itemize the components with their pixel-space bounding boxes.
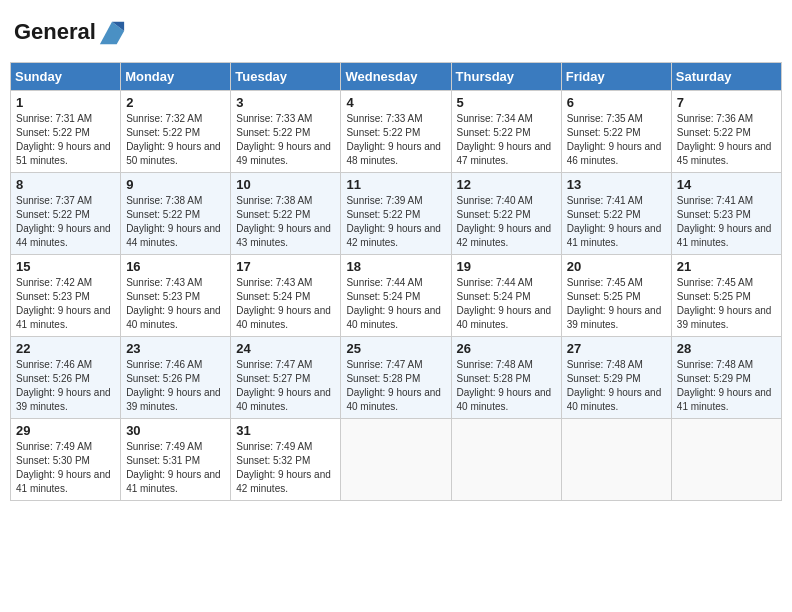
day-info: Sunrise: 7:44 AM Sunset: 5:24 PM Dayligh… xyxy=(457,276,556,332)
calendar-cell: 24 Sunrise: 7:47 AM Sunset: 5:27 PM Dayl… xyxy=(231,337,341,419)
day-number: 22 xyxy=(16,341,115,356)
day-number: 25 xyxy=(346,341,445,356)
day-info: Sunrise: 7:49 AM Sunset: 5:31 PM Dayligh… xyxy=(126,440,225,496)
calendar-cell: 13 Sunrise: 7:41 AM Sunset: 5:22 PM Dayl… xyxy=(561,173,671,255)
week-row-2: 8 Sunrise: 7:37 AM Sunset: 5:22 PM Dayli… xyxy=(11,173,782,255)
calendar-cell: 3 Sunrise: 7:33 AM Sunset: 5:22 PM Dayli… xyxy=(231,91,341,173)
calendar-cell xyxy=(341,419,451,501)
day-info: Sunrise: 7:36 AM Sunset: 5:22 PM Dayligh… xyxy=(677,112,776,168)
day-info: Sunrise: 7:43 AM Sunset: 5:23 PM Dayligh… xyxy=(126,276,225,332)
day-number: 16 xyxy=(126,259,225,274)
calendar-cell: 25 Sunrise: 7:47 AM Sunset: 5:28 PM Dayl… xyxy=(341,337,451,419)
day-number: 18 xyxy=(346,259,445,274)
day-number: 6 xyxy=(567,95,666,110)
day-number: 1 xyxy=(16,95,115,110)
day-info: Sunrise: 7:41 AM Sunset: 5:23 PM Dayligh… xyxy=(677,194,776,250)
calendar-table: SundayMondayTuesdayWednesdayThursdayFrid… xyxy=(10,62,782,501)
calendar-cell: 12 Sunrise: 7:40 AM Sunset: 5:22 PM Dayl… xyxy=(451,173,561,255)
calendar-cell: 7 Sunrise: 7:36 AM Sunset: 5:22 PM Dayli… xyxy=(671,91,781,173)
header: General xyxy=(10,10,782,54)
day-number: 5 xyxy=(457,95,556,110)
day-info: Sunrise: 7:48 AM Sunset: 5:28 PM Dayligh… xyxy=(457,358,556,414)
day-number: 27 xyxy=(567,341,666,356)
week-row-3: 15 Sunrise: 7:42 AM Sunset: 5:23 PM Dayl… xyxy=(11,255,782,337)
day-info: Sunrise: 7:44 AM Sunset: 5:24 PM Dayligh… xyxy=(346,276,445,332)
calendar-cell: 23 Sunrise: 7:46 AM Sunset: 5:26 PM Dayl… xyxy=(121,337,231,419)
calendar-cell: 17 Sunrise: 7:43 AM Sunset: 5:24 PM Dayl… xyxy=(231,255,341,337)
day-info: Sunrise: 7:38 AM Sunset: 5:22 PM Dayligh… xyxy=(236,194,335,250)
day-info: Sunrise: 7:33 AM Sunset: 5:22 PM Dayligh… xyxy=(236,112,335,168)
day-info: Sunrise: 7:49 AM Sunset: 5:30 PM Dayligh… xyxy=(16,440,115,496)
week-row-1: 1 Sunrise: 7:31 AM Sunset: 5:22 PM Dayli… xyxy=(11,91,782,173)
day-info: Sunrise: 7:45 AM Sunset: 5:25 PM Dayligh… xyxy=(567,276,666,332)
day-number: 8 xyxy=(16,177,115,192)
day-info: Sunrise: 7:43 AM Sunset: 5:24 PM Dayligh… xyxy=(236,276,335,332)
week-row-5: 29 Sunrise: 7:49 AM Sunset: 5:30 PM Dayl… xyxy=(11,419,782,501)
day-number: 12 xyxy=(457,177,556,192)
calendar-cell: 10 Sunrise: 7:38 AM Sunset: 5:22 PM Dayl… xyxy=(231,173,341,255)
calendar-cell: 8 Sunrise: 7:37 AM Sunset: 5:22 PM Dayli… xyxy=(11,173,121,255)
calendar-cell: 16 Sunrise: 7:43 AM Sunset: 5:23 PM Dayl… xyxy=(121,255,231,337)
day-info: Sunrise: 7:40 AM Sunset: 5:22 PM Dayligh… xyxy=(457,194,556,250)
day-number: 23 xyxy=(126,341,225,356)
day-info: Sunrise: 7:32 AM Sunset: 5:22 PM Dayligh… xyxy=(126,112,225,168)
calendar-cell: 4 Sunrise: 7:33 AM Sunset: 5:22 PM Dayli… xyxy=(341,91,451,173)
day-number: 29 xyxy=(16,423,115,438)
day-number: 30 xyxy=(126,423,225,438)
day-number: 9 xyxy=(126,177,225,192)
day-number: 15 xyxy=(16,259,115,274)
day-info: Sunrise: 7:33 AM Sunset: 5:22 PM Dayligh… xyxy=(346,112,445,168)
day-info: Sunrise: 7:34 AM Sunset: 5:22 PM Dayligh… xyxy=(457,112,556,168)
day-number: 13 xyxy=(567,177,666,192)
logo: General xyxy=(14,18,126,46)
weekday-header-row: SundayMondayTuesdayWednesdayThursdayFrid… xyxy=(11,63,782,91)
day-info: Sunrise: 7:31 AM Sunset: 5:22 PM Dayligh… xyxy=(16,112,115,168)
day-info: Sunrise: 7:35 AM Sunset: 5:22 PM Dayligh… xyxy=(567,112,666,168)
calendar-cell: 20 Sunrise: 7:45 AM Sunset: 5:25 PM Dayl… xyxy=(561,255,671,337)
weekday-header-wednesday: Wednesday xyxy=(341,63,451,91)
calendar-cell: 1 Sunrise: 7:31 AM Sunset: 5:22 PM Dayli… xyxy=(11,91,121,173)
weekday-header-saturday: Saturday xyxy=(671,63,781,91)
weekday-header-tuesday: Tuesday xyxy=(231,63,341,91)
day-number: 3 xyxy=(236,95,335,110)
day-info: Sunrise: 7:39 AM Sunset: 5:22 PM Dayligh… xyxy=(346,194,445,250)
day-number: 20 xyxy=(567,259,666,274)
calendar-cell: 9 Sunrise: 7:38 AM Sunset: 5:22 PM Dayli… xyxy=(121,173,231,255)
day-info: Sunrise: 7:48 AM Sunset: 5:29 PM Dayligh… xyxy=(677,358,776,414)
day-number: 7 xyxy=(677,95,776,110)
day-info: Sunrise: 7:47 AM Sunset: 5:27 PM Dayligh… xyxy=(236,358,335,414)
day-number: 17 xyxy=(236,259,335,274)
week-row-4: 22 Sunrise: 7:46 AM Sunset: 5:26 PM Dayl… xyxy=(11,337,782,419)
day-info: Sunrise: 7:42 AM Sunset: 5:23 PM Dayligh… xyxy=(16,276,115,332)
calendar-cell: 6 Sunrise: 7:35 AM Sunset: 5:22 PM Dayli… xyxy=(561,91,671,173)
day-number: 24 xyxy=(236,341,335,356)
calendar-cell: 22 Sunrise: 7:46 AM Sunset: 5:26 PM Dayl… xyxy=(11,337,121,419)
weekday-header-friday: Friday xyxy=(561,63,671,91)
calendar-cell: 31 Sunrise: 7:49 AM Sunset: 5:32 PM Dayl… xyxy=(231,419,341,501)
day-info: Sunrise: 7:38 AM Sunset: 5:22 PM Dayligh… xyxy=(126,194,225,250)
day-info: Sunrise: 7:41 AM Sunset: 5:22 PM Dayligh… xyxy=(567,194,666,250)
day-info: Sunrise: 7:48 AM Sunset: 5:29 PM Dayligh… xyxy=(567,358,666,414)
day-number: 4 xyxy=(346,95,445,110)
day-number: 26 xyxy=(457,341,556,356)
calendar-cell xyxy=(451,419,561,501)
day-info: Sunrise: 7:46 AM Sunset: 5:26 PM Dayligh… xyxy=(16,358,115,414)
day-info: Sunrise: 7:46 AM Sunset: 5:26 PM Dayligh… xyxy=(126,358,225,414)
calendar-cell xyxy=(561,419,671,501)
calendar-cell: 11 Sunrise: 7:39 AM Sunset: 5:22 PM Dayl… xyxy=(341,173,451,255)
day-number: 21 xyxy=(677,259,776,274)
calendar-cell: 27 Sunrise: 7:48 AM Sunset: 5:29 PM Dayl… xyxy=(561,337,671,419)
logo-icon xyxy=(98,18,126,46)
day-number: 31 xyxy=(236,423,335,438)
calendar-cell: 28 Sunrise: 7:48 AM Sunset: 5:29 PM Dayl… xyxy=(671,337,781,419)
day-number: 14 xyxy=(677,177,776,192)
calendar-cell: 21 Sunrise: 7:45 AM Sunset: 5:25 PM Dayl… xyxy=(671,255,781,337)
day-info: Sunrise: 7:45 AM Sunset: 5:25 PM Dayligh… xyxy=(677,276,776,332)
day-number: 11 xyxy=(346,177,445,192)
calendar-cell: 30 Sunrise: 7:49 AM Sunset: 5:31 PM Dayl… xyxy=(121,419,231,501)
day-number: 10 xyxy=(236,177,335,192)
calendar-cell xyxy=(671,419,781,501)
calendar-cell: 26 Sunrise: 7:48 AM Sunset: 5:28 PM Dayl… xyxy=(451,337,561,419)
calendar-cell: 2 Sunrise: 7:32 AM Sunset: 5:22 PM Dayli… xyxy=(121,91,231,173)
day-info: Sunrise: 7:49 AM Sunset: 5:32 PM Dayligh… xyxy=(236,440,335,496)
